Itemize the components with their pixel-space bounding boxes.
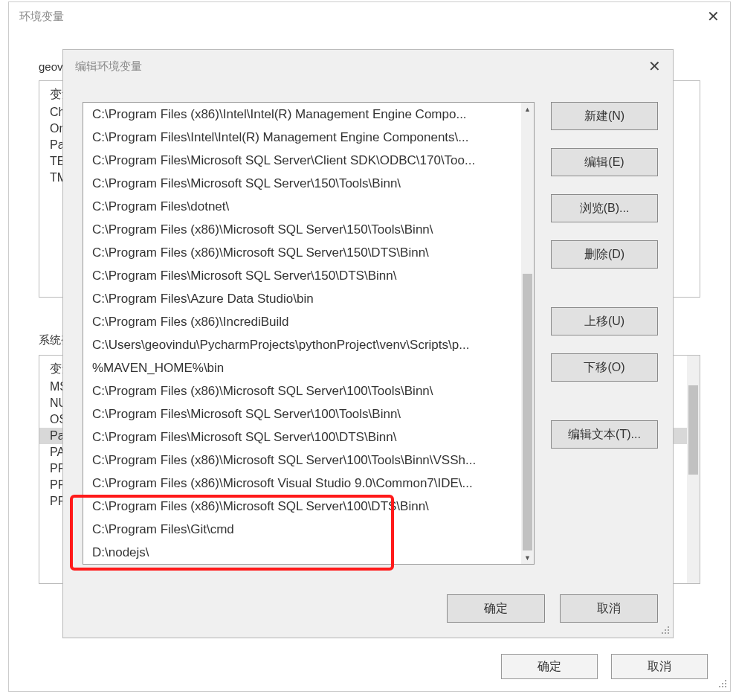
path-entry-row[interactable]: D:\nodejs\ — [83, 541, 521, 564]
path-entry-row[interactable]: C:\Program Files\Microsoft SQL Server\15… — [83, 264, 521, 287]
scrollbar[interactable] — [687, 356, 700, 583]
path-entry-row[interactable]: C:\Program Files\dotnet\ — [83, 195, 521, 218]
path-entry-row[interactable]: C:\Program Files\Azure Data Studio\bin — [83, 287, 521, 310]
svg-point-7 — [665, 629, 666, 631]
path-entry-row[interactable]: C:\Program Files (x86)\Microsoft SQL Ser… — [83, 379, 521, 402]
cancel-button[interactable]: 取消 — [611, 654, 708, 679]
path-entry-row[interactable]: C:\Program Files (x86)\Microsoft SQL Ser… — [83, 495, 521, 518]
svg-point-10 — [665, 632, 666, 634]
move-down-button[interactable]: 下移(O) — [551, 353, 658, 382]
path-entry-row[interactable]: C:\Program Files (x86)\Microsoft SQL Ser… — [83, 241, 521, 264]
edit-button[interactable]: 编辑(E) — [551, 148, 658, 176]
path-entries-listbox[interactable]: C:\Program Files (x86)\Intel\Intel(R) Ma… — [83, 102, 535, 565]
path-entry-row[interactable]: C:\Program Files\Microsoft SQL Server\15… — [83, 172, 521, 195]
edit-text-button[interactable]: 编辑文本(T)... — [551, 420, 658, 449]
path-entry-row[interactable]: %MAVEN_HOME%\bin — [83, 356, 521, 379]
path-entry-row[interactable]: C:\Program Files (x86)\Microsoft SQL Ser… — [83, 218, 521, 241]
scroll-up-icon[interactable]: ▲ — [521, 103, 534, 115]
svg-point-9 — [662, 632, 663, 634]
env-vars-footer-buttons: 确定 取消 — [501, 654, 708, 679]
edit-env-var-side-buttons: 新建(N) 编辑(E) 浏览(B)... 删除(D) 上移(U) 下移(O) 编… — [551, 102, 658, 565]
resize-grip-icon — [659, 624, 670, 635]
ok-button[interactable]: 确定 — [447, 594, 545, 623]
env-vars-titlebar: 环境变量 ✕ — [9, 2, 730, 30]
path-entry-row[interactable]: C:\Program Files\Microsoft SQL Server\10… — [83, 426, 521, 449]
path-entry-row[interactable]: C:\Program Files\Microsoft SQL Server\10… — [83, 402, 521, 426]
path-entry-row[interactable]: C:\Program Files (x86)\Microsoft Visual … — [83, 472, 521, 495]
close-icon[interactable]: ✕ — [648, 59, 661, 74]
scrollbar-thumb[interactable] — [523, 274, 532, 550]
scroll-down-icon[interactable]: ▼ — [521, 551, 534, 564]
path-entry-row[interactable]: C:\Program Files\Intel\Intel(R) Manageme… — [83, 126, 521, 149]
new-button[interactable]: 新建(N) — [551, 102, 658, 130]
browse-button[interactable]: 浏览(B)... — [551, 194, 658, 222]
path-entry-row[interactable]: C:\Program Files\Microsoft SQL Server\Cl… — [83, 149, 521, 172]
path-entry-row[interactable]: C:\Program Files (x86)\Intel\Intel(R) Ma… — [83, 103, 521, 126]
edit-env-var-dialog: 编辑环境变量 ✕ C:\Program Files (x86)\Intel\In… — [62, 49, 674, 638]
ok-button[interactable]: 确定 — [501, 654, 598, 679]
path-entry-row[interactable]: C:\Program Files\Git\cmd — [83, 518, 521, 541]
svg-point-8 — [668, 629, 669, 631]
close-icon[interactable]: ✕ — [707, 9, 720, 24]
move-up-button[interactable]: 上移(U) — [551, 307, 658, 335]
cancel-button[interactable]: 取消 — [560, 594, 658, 623]
env-vars-title: 环境变量 — [19, 10, 64, 24]
path-entry-row[interactable]: C:\Users\geovindu\PycharmProjects\python… — [83, 333, 521, 356]
path-entry-row[interactable]: C:\Program Files (x86)\IncrediBuild — [83, 310, 521, 333]
svg-point-2 — [725, 683, 726, 684]
svg-point-5 — [725, 686, 726, 687]
edit-env-var-titlebar: 编辑环境变量 ✕ — [63, 50, 673, 83]
svg-point-4 — [722, 686, 723, 687]
edit-env-var-footer-buttons: 确定 取消 — [447, 594, 658, 623]
scrollbar[interactable]: ▲ ▼ — [521, 103, 534, 564]
delete-button[interactable]: 删除(D) — [551, 240, 658, 269]
path-entry-row[interactable]: C:\Program Files (x86)\Microsoft SQL Ser… — [83, 449, 521, 472]
svg-point-0 — [725, 680, 726, 681]
svg-point-11 — [668, 632, 669, 634]
svg-point-3 — [719, 686, 720, 687]
edit-env-var-title: 编辑环境变量 — [75, 60, 142, 74]
edit-env-var-body: C:\Program Files (x86)\Intel\Intel(R) Ma… — [63, 83, 673, 638]
svg-point-6 — [668, 626, 669, 628]
svg-point-1 — [722, 683, 723, 684]
resize-grip-icon — [717, 678, 727, 688]
